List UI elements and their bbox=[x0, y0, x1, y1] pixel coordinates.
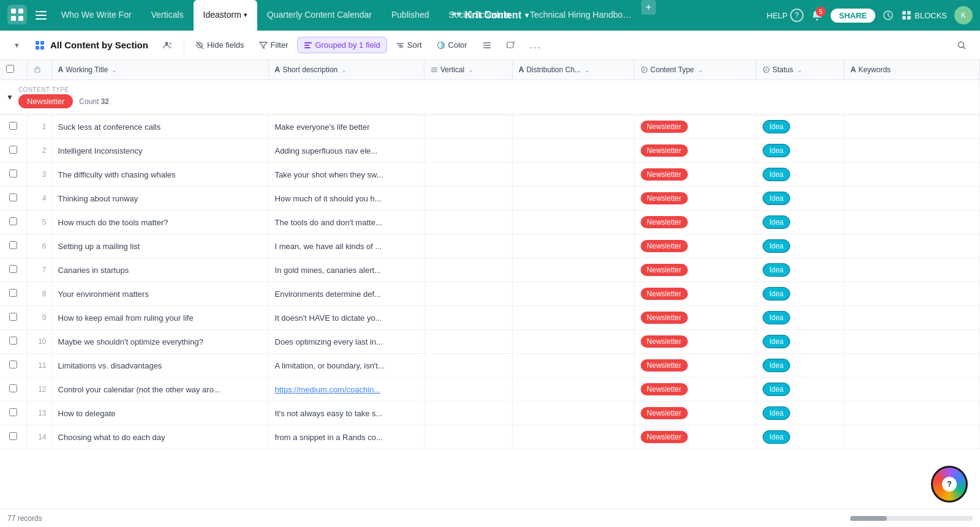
row-checkbox-cell[interactable] bbox=[0, 330, 27, 354]
row-checkbox[interactable] bbox=[9, 289, 17, 297]
nav-tab-who-we-write-for[interactable]: Who We Write For bbox=[51, 0, 141, 31]
th-vertical[interactable]: Vertical ⌄ bbox=[424, 60, 512, 80]
row-checkbox-cell[interactable] bbox=[0, 378, 27, 402]
nav-hamburger[interactable] bbox=[33, 9, 49, 22]
row-checkbox[interactable] bbox=[9, 265, 17, 273]
row-working-title[interactable]: Thinking about runway bbox=[51, 187, 268, 211]
more-options-button[interactable]: ... bbox=[524, 37, 548, 54]
row-checkbox-cell[interactable] bbox=[0, 306, 27, 330]
grid-view-button[interactable]: All Content by Section bbox=[29, 37, 154, 53]
nav-tab-ideastorm[interactable]: Ideastorm ▾ bbox=[194, 0, 257, 31]
status-badge: Idea bbox=[763, 239, 790, 253]
th-keywords[interactable]: A Keywords bbox=[844, 60, 979, 80]
th-short-desc[interactable]: A Short description ⌄ bbox=[268, 60, 424, 80]
row-checkbox[interactable] bbox=[9, 337, 17, 345]
row-working-title[interactable]: How to delegate bbox=[51, 402, 268, 425]
share-view-button[interactable] bbox=[500, 38, 521, 53]
row-checkbox-cell[interactable] bbox=[0, 402, 27, 425]
history-button[interactable] bbox=[883, 10, 894, 21]
th-checkbox[interactable] bbox=[0, 60, 27, 80]
people-filter-button[interactable] bbox=[157, 37, 179, 53]
content-type-badge: Newsletter bbox=[641, 216, 688, 228]
nav-tab-technical[interactable]: Technical Hiring Handbo… bbox=[520, 0, 641, 31]
content-type-badge: Newsletter bbox=[641, 359, 688, 372]
row-checkbox-cell[interactable] bbox=[0, 163, 27, 187]
status-badge: Idea bbox=[763, 430, 790, 444]
nav-tab-verticals[interactable]: Verticals bbox=[141, 0, 194, 31]
color-wheel[interactable]: ? bbox=[931, 466, 968, 503]
row-working-title[interactable]: How much do the tools matter? bbox=[51, 211, 268, 234]
th-dist-channel[interactable]: A Distribution Ch... ⌄ bbox=[512, 60, 634, 80]
row-checkbox-cell[interactable] bbox=[0, 282, 27, 306]
row-working-title[interactable]: Choosing what to do each day bbox=[51, 425, 268, 449]
row-checkbox[interactable] bbox=[9, 313, 17, 321]
hide-fields-icon bbox=[195, 41, 204, 50]
help-button[interactable]: HELP ? bbox=[767, 9, 804, 22]
row-checkbox[interactable] bbox=[9, 193, 17, 201]
th-content-type[interactable]: Content Type ⌄ bbox=[634, 60, 756, 80]
row-status: Idea bbox=[756, 139, 844, 163]
row-working-title[interactable]: Control your calendar (not the other way… bbox=[51, 378, 268, 402]
row-checkbox[interactable] bbox=[9, 408, 17, 416]
filter-button[interactable]: Filter bbox=[253, 37, 295, 53]
row-short-desc[interactable]: https://medium.com/coachin... bbox=[268, 378, 424, 402]
user-avatar[interactable]: K bbox=[954, 6, 973, 24]
hide-fields-button[interactable]: Hide fields bbox=[189, 37, 251, 53]
row-working-title[interactable]: Canaries in startups bbox=[51, 258, 268, 282]
row-checkbox-cell[interactable] bbox=[0, 211, 27, 234]
scroll-track[interactable] bbox=[850, 516, 973, 521]
scroll-thumb[interactable] bbox=[850, 516, 887, 521]
row-working-title[interactable]: How to keep email from ruling your life bbox=[51, 306, 268, 330]
workspace-name[interactable]: ❝❝ Krit Content ▾ bbox=[451, 10, 529, 21]
row-checkbox-cell[interactable] bbox=[0, 139, 27, 163]
row-working-title[interactable]: The difficulty with chasing whales bbox=[51, 163, 268, 187]
row-checkbox[interactable] bbox=[9, 217, 17, 225]
search-button[interactable] bbox=[951, 37, 973, 53]
row-checkbox[interactable] bbox=[9, 122, 17, 130]
row-checkbox-cell[interactable] bbox=[0, 258, 27, 282]
row-checkbox[interactable] bbox=[9, 361, 17, 368]
row-height-button[interactable] bbox=[476, 37, 498, 53]
row-checkbox-cell[interactable] bbox=[0, 115, 27, 139]
blocks-button[interactable]: BLOCKS bbox=[901, 10, 947, 21]
row-status: Idea bbox=[756, 258, 844, 282]
row-checkbox[interactable] bbox=[9, 170, 17, 178]
svg-rect-18 bbox=[304, 42, 312, 43]
row-working-title[interactable]: Maybe we shouldn't optimize everything? bbox=[51, 330, 268, 354]
row-working-title[interactable]: Suck less at conference calls bbox=[51, 115, 268, 139]
row-checkbox-cell[interactable] bbox=[0, 354, 27, 378]
row-checkbox[interactable] bbox=[9, 146, 17, 154]
select-all-checkbox[interactable] bbox=[6, 65, 14, 73]
group-button[interactable]: Grouped by 1 field bbox=[297, 37, 387, 53]
row-checkbox[interactable] bbox=[9, 432, 17, 440]
share-button[interactable]: SHARE bbox=[831, 9, 876, 23]
color-wheel-button[interactable]: ? bbox=[931, 466, 968, 503]
row-checkbox-cell[interactable] bbox=[0, 187, 27, 211]
svg-rect-7 bbox=[902, 11, 906, 15]
svg-rect-8 bbox=[907, 11, 911, 15]
add-view-button[interactable]: + bbox=[641, 0, 656, 15]
svg-rect-2 bbox=[18, 9, 23, 13]
row-working-title[interactable]: Intelligent Inconsistency bbox=[51, 139, 268, 163]
row-checkbox[interactable] bbox=[9, 241, 17, 249]
row-checkbox-cell[interactable] bbox=[0, 425, 27, 449]
collapse-sections-button[interactable]: ▼ bbox=[7, 39, 26, 52]
color-button[interactable]: Color bbox=[431, 37, 473, 53]
row-working-title[interactable]: Your environment matters bbox=[51, 282, 268, 306]
scrollbar[interactable] bbox=[850, 516, 973, 521]
row-distribution bbox=[512, 282, 634, 306]
nav-tab-quarterly[interactable]: Quarterly Content Calendar bbox=[257, 0, 382, 31]
nav-tab-published[interactable]: Published bbox=[382, 0, 439, 31]
app-logo[interactable] bbox=[7, 5, 27, 26]
sort-button[interactable]: Sort bbox=[390, 37, 428, 53]
th-short-desc-label: Short description bbox=[282, 65, 337, 74]
th-status[interactable]: Status ⌄ bbox=[756, 60, 844, 80]
row-checkbox[interactable] bbox=[9, 384, 17, 392]
row-checkbox-cell[interactable] bbox=[0, 234, 27, 258]
notifications-button[interactable]: 5 bbox=[811, 9, 823, 21]
table-row: 13How to delegateIt's not always easy to… bbox=[0, 402, 980, 425]
row-working-title[interactable]: Setting up a mailing list bbox=[51, 234, 268, 258]
group-collapse-button[interactable]: ▼ bbox=[6, 93, 13, 102]
row-working-title[interactable]: Limitations vs. disadvantages bbox=[51, 354, 268, 378]
th-working-title[interactable]: A Working Title ⌄ bbox=[51, 60, 268, 80]
